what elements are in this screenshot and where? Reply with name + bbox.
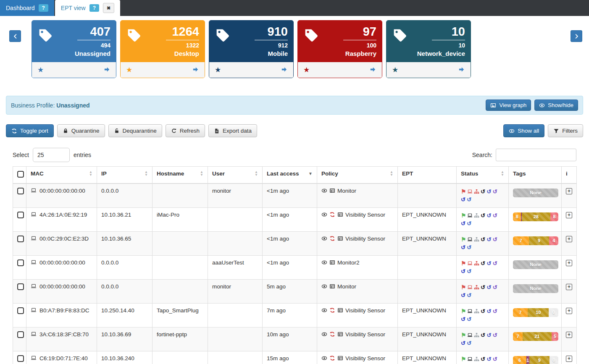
sort-icon[interactable]: ▲▼ xyxy=(387,171,393,177)
history-icon[interactable]: ↺ xyxy=(493,284,497,291)
history-icon[interactable]: ↺ xyxy=(493,356,497,362)
history-icon[interactable]: ↺ xyxy=(467,196,471,203)
carousel-next-button[interactable] xyxy=(571,30,582,42)
select-all-checkbox[interactable] xyxy=(17,171,24,178)
history-icon[interactable]: ↺ xyxy=(493,212,497,219)
help-badge[interactable]: ? xyxy=(39,4,48,12)
history-icon[interactable]: ↺ xyxy=(493,236,497,243)
column-header-ept[interactable]: EPT xyxy=(398,167,457,183)
help-badge[interactable]: ? xyxy=(89,4,99,12)
flag-icon[interactable]: ⚑ xyxy=(461,260,466,267)
row-checkbox[interactable] xyxy=(17,331,24,338)
mac-address[interactable]: 00:00:00:00:00:00 xyxy=(39,259,85,266)
history-icon[interactable]: ↺ xyxy=(486,332,491,338)
plus-square-icon[interactable]: + xyxy=(566,188,572,194)
history-icon[interactable]: ↺ xyxy=(486,236,491,243)
mac-address[interactable]: C6:19:D0:71:7E:40 xyxy=(39,355,88,361)
history-icon[interactable]: ↺ xyxy=(461,196,465,203)
laptop-icon[interactable] xyxy=(467,237,473,242)
carousel-prev-button[interactable] xyxy=(9,30,21,42)
mac-address[interactable]: B0:A7:B9:F8:83:DC xyxy=(39,307,89,314)
history-icon[interactable]: ↺ xyxy=(493,260,497,267)
flag-icon[interactable]: ⚑ xyxy=(461,284,466,291)
history-icon[interactable]: ↺ xyxy=(481,332,485,338)
history-icon[interactable]: ↺ xyxy=(461,340,465,346)
sitemap-icon[interactable] xyxy=(474,333,479,338)
flag-icon[interactable]: ⚑ xyxy=(461,212,466,219)
card-go[interactable] xyxy=(458,66,465,74)
flag-icon[interactable]: ⚑ xyxy=(461,332,466,338)
row-checkbox[interactable] xyxy=(17,236,24,242)
column-header-user[interactable]: User▲▼ xyxy=(208,167,263,183)
entries-select[interactable] xyxy=(33,148,70,162)
sitemap-icon[interactable] xyxy=(474,356,479,362)
view-graph-button[interactable]: View graph xyxy=(486,100,531,111)
column-header-policy[interactable]: Policy▲▼ xyxy=(317,167,398,183)
tags-bar[interactable]: 7215 xyxy=(513,332,558,341)
flag-icon[interactable]: ⚑ xyxy=(461,308,466,314)
laptop-icon[interactable] xyxy=(467,309,473,314)
history-icon[interactable]: ↺ xyxy=(461,268,465,275)
sort-icon[interactable]: ▲▼ xyxy=(498,171,504,177)
show-all-button[interactable]: Show all xyxy=(503,124,544,137)
sitemap-icon[interactable] xyxy=(474,213,479,218)
profile-card-desktop[interactable]: 1264 1322 Desktop ★ xyxy=(120,20,205,78)
card-go[interactable] xyxy=(192,66,199,74)
search-input[interactable] xyxy=(496,149,576,161)
row-checkbox[interactable] xyxy=(17,355,24,362)
history-icon[interactable]: ↺ xyxy=(493,308,497,314)
row-checkbox[interactable] xyxy=(17,307,24,314)
profile-card-unassigned[interactable]: 407 494 Unassigned ★ xyxy=(32,20,116,78)
sort-icon[interactable]: ▲▼ xyxy=(142,171,148,177)
tags-bar[interactable]: 6190 xyxy=(513,356,558,364)
history-icon[interactable]: ↺ xyxy=(461,292,465,299)
quarantine-button[interactable]: Quarantine xyxy=(57,124,105,137)
history-icon[interactable]: ↺ xyxy=(486,308,491,314)
laptop-icon[interactable] xyxy=(467,213,473,218)
refresh-button[interactable]: Refresh xyxy=(166,124,205,137)
column-header-tags[interactable]: Tags xyxy=(509,167,562,183)
sitemap-icon[interactable] xyxy=(474,285,479,290)
history-icon[interactable]: ↺ xyxy=(486,356,491,362)
sitemap-icon[interactable] xyxy=(474,237,479,242)
column-header-hostname[interactable]: Hostname▲▼ xyxy=(153,167,208,183)
plus-square-icon[interactable]: + xyxy=(566,356,572,362)
history-icon[interactable]: ↺ xyxy=(486,284,491,291)
history-icon[interactable]: ↺ xyxy=(461,220,465,227)
laptop-icon[interactable] xyxy=(467,261,473,266)
history-icon[interactable]: ↺ xyxy=(486,260,491,267)
mac-address[interactable]: 00:00:00:00:00:00 xyxy=(39,283,85,290)
plus-square-icon[interactable]: + xyxy=(566,212,572,218)
history-icon[interactable]: ↺ xyxy=(486,189,491,195)
sort-icon[interactable]: ▲▼ xyxy=(252,171,258,177)
laptop-icon[interactable] xyxy=(467,333,473,338)
card-go[interactable] xyxy=(103,66,110,74)
row-checkbox[interactable] xyxy=(17,188,24,194)
history-icon[interactable]: ↺ xyxy=(481,284,485,291)
filters-button[interactable]: Filters xyxy=(548,124,583,137)
tags-bar[interactable]: None xyxy=(513,284,558,293)
history-icon[interactable]: ↺ xyxy=(467,220,471,227)
history-icon[interactable]: ↺ xyxy=(467,340,471,346)
history-icon[interactable]: ↺ xyxy=(481,308,485,314)
show-hide-button[interactable]: Show/hide xyxy=(534,100,578,111)
flag-icon[interactable]: ⚑ xyxy=(461,356,466,362)
column-header-mac[interactable]: MAC▲▼ xyxy=(26,167,97,183)
sitemap-icon[interactable] xyxy=(474,189,479,194)
history-icon[interactable]: ↺ xyxy=(481,189,485,195)
plus-square-icon[interactable]: + xyxy=(566,284,572,290)
plus-square-icon[interactable]: + xyxy=(566,236,572,242)
history-icon[interactable]: ↺ xyxy=(467,244,471,251)
profile-card-raspberry[interactable]: 97 100 Raspberry ★ xyxy=(297,20,382,78)
tags-bar[interactable]: 8288 xyxy=(513,212,558,221)
plus-square-icon[interactable]: + xyxy=(566,260,572,266)
flag-icon[interactable]: ⚑ xyxy=(461,236,466,243)
laptop-icon[interactable] xyxy=(467,285,473,290)
tab-dashboard[interactable]: Dashboard ? xyxy=(0,0,54,16)
history-icon[interactable]: ↺ xyxy=(481,212,485,219)
plus-square-icon[interactable]: + xyxy=(566,308,572,314)
mac-address[interactable]: 3A:C6:18:3F:CB:70 xyxy=(39,331,89,338)
star-icon[interactable]: ★ xyxy=(392,66,398,73)
laptop-icon[interactable] xyxy=(467,356,473,362)
column-header-ip[interactable]: IP▲▼ xyxy=(97,167,153,183)
